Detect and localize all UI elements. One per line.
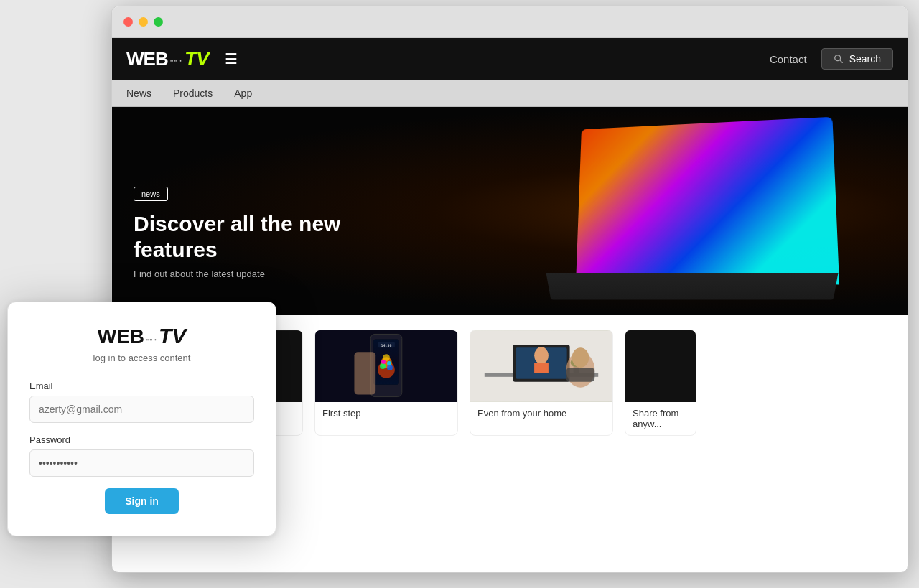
nav-app[interactable]: App — [234, 88, 252, 99]
logo-web: WEB — [126, 48, 168, 70]
modal-logo-tv: TV — [159, 324, 186, 348]
svg-rect-27 — [354, 352, 375, 394]
laptop-keyboard — [546, 273, 839, 300]
login-modal: WEB """ TV log in to access content Emai… — [7, 302, 276, 536]
site-logo: WEB """ TV ☰ — [126, 47, 238, 70]
card-even-from-home-label: Even from your home — [470, 402, 612, 424]
nav-products[interactable]: Products — [173, 88, 213, 99]
nav-news[interactable]: News — [126, 88, 151, 99]
svg-point-21 — [380, 363, 386, 369]
email-label: Email — [29, 381, 254, 391]
modal-logo: WEB """ TV — [29, 324, 254, 348]
secondary-nav: News Products App — [112, 80, 908, 107]
password-group: Password — [29, 434, 254, 477]
home-image — [470, 330, 612, 402]
signin-button[interactable]: Sign in — [105, 488, 179, 514]
svg-rect-38 — [566, 368, 595, 382]
svg-point-23 — [381, 360, 386, 364]
logo-text: WEB """ TV — [126, 47, 209, 70]
card-first-step[interactable]: 14:56 First step — [314, 330, 458, 436]
email-input[interactable] — [29, 396, 254, 423]
email-group: Email — [29, 381, 254, 423]
search-button[interactable]: Search — [821, 48, 893, 70]
logo-tv: TV — [185, 47, 209, 70]
logo-quotes: """ — [170, 59, 182, 67]
svg-line-1 — [839, 60, 842, 63]
search-icon — [834, 54, 844, 64]
hero-content: news Discover all the new features Find … — [134, 187, 421, 279]
hero-background: news Discover all the new features Find … — [112, 107, 908, 315]
card-even-from-home[interactable]: Even from your home — [470, 330, 613, 436]
nav-right: Contact Search — [770, 48, 893, 70]
news-badge: news — [134, 187, 168, 201]
card-share-label: Share from anyw... — [625, 402, 696, 435]
modal-logo-web: WEB — [98, 325, 144, 348]
svg-point-37 — [572, 347, 589, 368]
password-label: Password — [29, 434, 254, 445]
svg-rect-39 — [625, 330, 696, 402]
search-label: Search — [849, 53, 881, 65]
hero-title: Discover all the new features — [134, 211, 421, 263]
maximize-button[interactable] — [154, 17, 163, 27]
laptop-screen — [576, 117, 839, 285]
modal-subtitle: log in to access content — [29, 353, 254, 363]
site-navbar: WEB """ TV ☰ Contact Search — [112, 38, 908, 80]
card-first-step-label: First step — [315, 402, 457, 424]
password-input[interactable] — [29, 449, 254, 477]
svg-text:14:56: 14:56 — [381, 343, 392, 347]
laptop-illustration — [549, 121, 850, 308]
hero-subtitle: Find out about the latest update — [134, 269, 421, 279]
card-share[interactable]: Share from anyw... — [625, 330, 696, 436]
contact-link[interactable]: Contact — [770, 53, 807, 65]
hero-section: news Discover all the new features Find … — [112, 107, 908, 315]
modal-logo-quotes: """ — [146, 337, 157, 345]
svg-point-22 — [387, 365, 393, 370]
share-image — [625, 330, 696, 402]
hamburger-menu-icon[interactable]: ☰ — [225, 50, 238, 67]
svg-point-24 — [387, 361, 391, 365]
phone-image: 14:56 — [315, 330, 457, 402]
close-button[interactable] — [123, 17, 133, 27]
browser-titlebar — [112, 6, 908, 38]
minimize-button[interactable] — [139, 17, 148, 27]
svg-point-32 — [534, 347, 549, 364]
svg-rect-33 — [534, 363, 549, 373]
